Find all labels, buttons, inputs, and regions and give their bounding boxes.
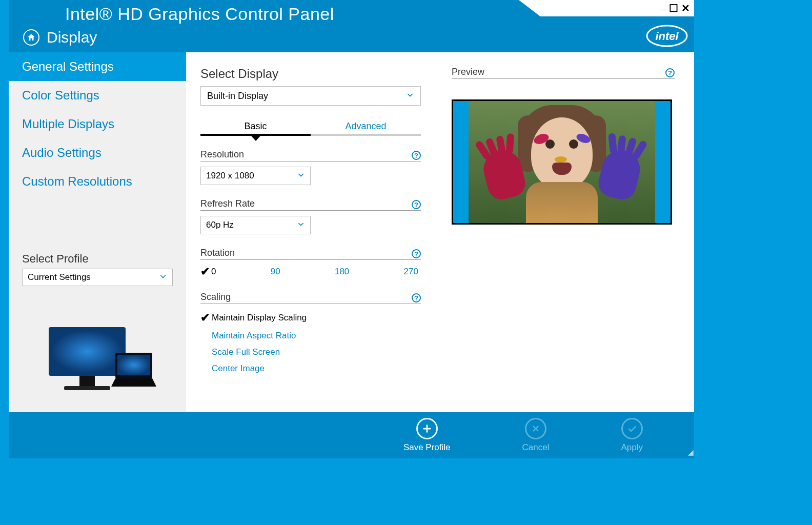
help-icon[interactable]: ? — [665, 68, 675, 77]
display-select-value: Built-in Display — [207, 91, 268, 102]
sidebar-item-audio-settings[interactable]: Audio Settings — [9, 138, 186, 167]
refresh-rate-value: 60p Hz — [206, 220, 234, 230]
help-icon[interactable]: ? — [412, 293, 421, 302]
resolution-value: 1920 x 1080 — [206, 171, 254, 181]
scaling-option-center-image[interactable]: Center Image — [200, 360, 421, 377]
sidebar-item-multiple-displays[interactable]: Multiple Displays — [9, 110, 186, 138]
sidebar: General Settings Color Settings Multiple… — [9, 52, 186, 412]
window-close-button[interactable]: ✕ — [681, 2, 690, 14]
monitors-illustration — [38, 322, 156, 401]
titlebar-corner: _ ☐ ✕ — [540, 0, 694, 16]
scaling-option-maintain-aspect[interactable]: Maintain Aspect Ratio — [200, 328, 421, 344]
chevron-down-icon — [297, 171, 305, 181]
app-title: Intel® HD Graphics Control Panel — [65, 4, 334, 24]
apply-button[interactable]: Apply — [621, 418, 643, 453]
preview-image: preview — [469, 101, 655, 223]
svg-rect-5 — [64, 386, 110, 390]
chevron-down-icon — [297, 220, 305, 231]
save-profile-button[interactable]: Save Profile — [403, 418, 451, 453]
tabs: Basic Advanced — [200, 121, 421, 136]
svg-rect-4 — [79, 376, 95, 386]
help-icon[interactable]: ? — [412, 151, 421, 160]
sidebar-item-general-settings[interactable]: General Settings — [9, 52, 186, 81]
check-icon — [627, 423, 637, 434]
svg-rect-7 — [117, 355, 150, 375]
svg-text:intel: intel — [655, 30, 679, 43]
refresh-rate-label: Refresh Rate — [200, 198, 255, 209]
rotation-option-270[interactable]: 270 — [404, 265, 418, 278]
main-panel: Select Display Built-in Display Basic Ad… — [186, 52, 694, 412]
profile-select[interactable]: Current Settings — [22, 269, 173, 286]
scaling-option-scale-full[interactable]: Scale Full Screen — [200, 344, 421, 360]
check-icon: ✔ — [200, 265, 210, 278]
breadcrumb: Display — [47, 29, 97, 46]
chevron-down-icon — [159, 272, 167, 283]
profile-select-value: Current Settings — [28, 272, 91, 282]
select-display-label: Select Display — [200, 67, 421, 81]
close-icon — [531, 424, 540, 433]
resolution-label: Resolution — [200, 149, 244, 160]
preview-box: preview — [452, 99, 672, 225]
app-window: _ ☐ ✕ Intel® HD Graphics Control Panel D… — [9, 0, 694, 458]
rotation-option-90[interactable]: 90 — [271, 265, 280, 278]
scaling-option-maintain-display[interactable]: ✔Maintain Display Scaling — [200, 308, 421, 328]
window-minimize-button[interactable]: _ — [660, 0, 666, 11]
sidebar-item-custom-resolutions[interactable]: Custom Resolutions — [9, 167, 186, 196]
chevron-down-icon — [406, 91, 414, 102]
resize-grip[interactable]: ◢ — [688, 448, 692, 456]
help-icon[interactable]: ? — [412, 200, 421, 209]
home-icon — [27, 33, 36, 42]
rotation-option-180[interactable]: 180 — [335, 265, 349, 278]
rotation-option-0[interactable]: ✔0 — [200, 265, 216, 278]
tab-basic[interactable]: Basic — [200, 121, 311, 136]
cancel-button[interactable]: Cancel — [522, 418, 550, 453]
home-button[interactable] — [23, 29, 39, 46]
help-icon[interactable]: ? — [412, 249, 421, 258]
window-maximize-button[interactable]: ☐ — [669, 2, 678, 14]
intel-logo: intel — [646, 25, 688, 49]
scaling-label: Scaling — [200, 292, 231, 302]
sidebar-item-color-settings[interactable]: Color Settings — [9, 81, 186, 110]
tab-advanced[interactable]: Advanced — [311, 121, 421, 136]
footer: Save Profile Cancel Apply ◢ — [9, 412, 694, 458]
svg-rect-3 — [52, 330, 123, 373]
rotation-label: Rotation — [200, 248, 235, 258]
titlebar: _ ☐ ✕ Intel® HD Graphics Control Panel D… — [9, 0, 694, 52]
refresh-rate-select[interactable]: 60p Hz — [200, 216, 311, 234]
plus-icon — [421, 423, 433, 434]
select-profile-label: Select Profile — [22, 252, 173, 266]
preview-label: Preview — [452, 67, 484, 77]
display-select[interactable]: Built-in Display — [200, 86, 421, 106]
check-icon: ✔ — [200, 311, 210, 325]
resolution-select[interactable]: 1920 x 1080 — [200, 167, 311, 185]
